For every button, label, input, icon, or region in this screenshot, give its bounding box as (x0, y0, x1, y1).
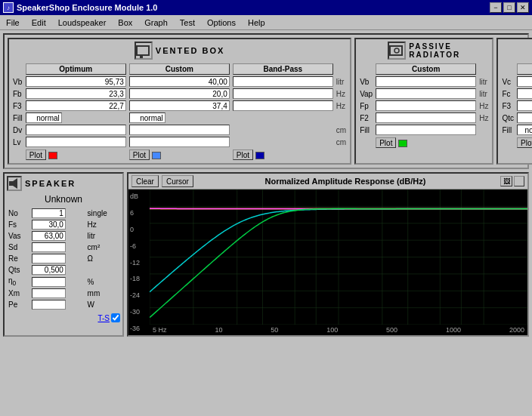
window-title: SpeakerShop Enclosure Module 1.0 (17, 3, 157, 12)
f3-vented-optimum[interactable] (26, 100, 126, 111)
f3-closed-optimum[interactable] (517, 100, 532, 111)
speaker-panel: SPEAKER Unknown No single Fs Hz Vas litr (3, 172, 124, 337)
title-bar: ♪ SpeakerShop Enclosure Module 1.0 − □ ✕ (0, 0, 532, 15)
svg-rect-0 (137, 46, 149, 55)
lv-custom[interactable] (129, 137, 230, 147)
clear-button[interactable]: Clear (131, 175, 159, 187)
fc-optimum[interactable] (517, 88, 532, 99)
bottom-section: SPEAKER Unknown No single Fs Hz Vas litr (3, 172, 529, 337)
speaker-icon (7, 176, 22, 191)
y-label-neg36: -36 (130, 325, 148, 332)
fb-bandpass[interactable] (233, 88, 333, 99)
dv-optimum[interactable] (26, 125, 126, 135)
svg-rect-3 (390, 46, 402, 55)
menu-test[interactable]: Test (177, 17, 198, 28)
speaker-sd[interactable] (32, 242, 66, 252)
minimize-button[interactable]: − (490, 2, 502, 13)
fb-custom[interactable] (129, 88, 230, 99)
y-label-neg18: -18 (130, 275, 148, 282)
speaker-no[interactable] (32, 208, 66, 218)
plot-color-green (398, 140, 407, 147)
fill-vented-custom[interactable] (129, 112, 165, 123)
menu-bar: File Edit Loudspeaker Box Graph Test Opt… (0, 15, 532, 30)
vented-col-custom: Custom (129, 63, 230, 75)
menu-file[interactable]: File (3, 17, 23, 28)
passive-header-line1: PASSIVE (409, 42, 460, 51)
speaker-re[interactable] (32, 254, 66, 263)
fill-vented-optimum[interactable] (26, 112, 62, 123)
y-axis: dB 6 0 -6 -12 -18 -24 -30 -36 (128, 190, 150, 335)
passive-icon (388, 42, 406, 60)
menu-help[interactable]: Help (245, 17, 268, 28)
speaker-label: SPEAKER (25, 179, 76, 188)
close-button[interactable]: ✕ (517, 2, 529, 13)
vented-icon (135, 42, 153, 60)
fill-passive[interactable] (376, 125, 476, 135)
speaker-vas[interactable] (32, 231, 66, 241)
graph-title: Normalized Amplitude Response (dB/Hz) (196, 177, 494, 186)
fp-passive[interactable] (376, 100, 476, 111)
speaker-xm[interactable] (32, 288, 66, 298)
plot-passive[interactable]: Plot (376, 137, 396, 148)
plot-color-red (48, 152, 57, 159)
qtc-optimum[interactable] (517, 112, 532, 123)
svg-marker-7 (13, 178, 17, 189)
graph-section: Clear Cursor Normalized Amplitude Respon… (127, 172, 529, 337)
plot-closed-optimum[interactable]: Plot (517, 137, 532, 148)
plot-vented-custom[interactable]: Plot (129, 149, 150, 160)
vb-optimum[interactable] (26, 76, 126, 87)
closed-box: CLOSED BOX Optimum Custom Vc litr Fc (496, 38, 532, 165)
speaker-pe[interactable] (32, 300, 66, 310)
x-label-500: 500 (386, 326, 397, 334)
vb-custom[interactable] (129, 76, 230, 87)
x-label-5hz: 5 Hz (153, 326, 167, 334)
svg-rect-6 (9, 181, 13, 186)
x-label-50: 50 (271, 326, 278, 334)
graph-option[interactable] (514, 176, 524, 186)
maximize-button[interactable]: □ (503, 2, 515, 13)
x-axis: 5 Hz 10 50 100 500 1000 2000 (150, 325, 527, 335)
plot-color-darkblue (255, 152, 264, 159)
menu-box[interactable]: Box (115, 17, 135, 28)
vb-passive[interactable] (376, 76, 476, 87)
menu-graph[interactable]: Graph (141, 17, 171, 28)
y-label-0: 0 (130, 226, 148, 233)
speaker-name: Unknown (7, 194, 120, 205)
menu-edit[interactable]: Edit (29, 17, 49, 28)
vap-passive[interactable] (376, 88, 476, 99)
vb-bandpass[interactable] (233, 76, 333, 87)
plot-vented-bandpass[interactable]: Plot (233, 149, 253, 160)
graph-area: dB 6 0 -6 -12 -18 -24 -30 -36 5 Hz 1 (128, 190, 527, 335)
y-label-neg6: -6 (130, 242, 148, 250)
speaker-eta[interactable] (32, 277, 66, 287)
ts-checkbox[interactable] (111, 313, 120, 322)
y-label-neg30: -30 (130, 308, 148, 316)
plot-color-blue (152, 152, 161, 159)
x-label-1000: 1000 (446, 326, 461, 334)
menu-loudspeaker[interactable]: Loudspeaker (55, 17, 110, 28)
dv-custom[interactable] (129, 125, 230, 135)
passive-box: PASSIVE RADIATOR Custom Vb litr Vap (354, 38, 493, 165)
lv-optimum[interactable] (26, 137, 126, 147)
app-icon: ♪ (3, 2, 14, 13)
passive-col-custom: Custom (376, 63, 476, 75)
speaker-fs[interactable] (32, 220, 66, 230)
graph-icon[interactable]: 🖼 (500, 176, 512, 186)
graph-toolbar: Clear Cursor Normalized Amplitude Respon… (128, 174, 527, 190)
graph-canvas[interactable] (150, 190, 527, 325)
y-label-neg12: -12 (130, 259, 148, 267)
cursor-button[interactable]: Cursor (162, 175, 193, 187)
svg-point-4 (394, 48, 399, 53)
x-label-10: 10 (215, 326, 222, 334)
f3-vented-custom[interactable] (129, 100, 230, 111)
speaker-qts[interactable] (32, 265, 66, 275)
f2-passive[interactable] (376, 112, 476, 123)
menu-options[interactable]: Options (204, 17, 239, 28)
plot-vented-optimum[interactable]: Plot (26, 149, 46, 160)
ts-link[interactable]: T-S (97, 314, 110, 322)
f3-vented-bandpass[interactable] (233, 100, 333, 111)
fill-closed-optimum[interactable] (517, 125, 532, 135)
fb-optimum[interactable] (26, 88, 126, 99)
vc-optimum[interactable] (517, 76, 532, 87)
x-label-2000: 2000 (509, 326, 524, 334)
